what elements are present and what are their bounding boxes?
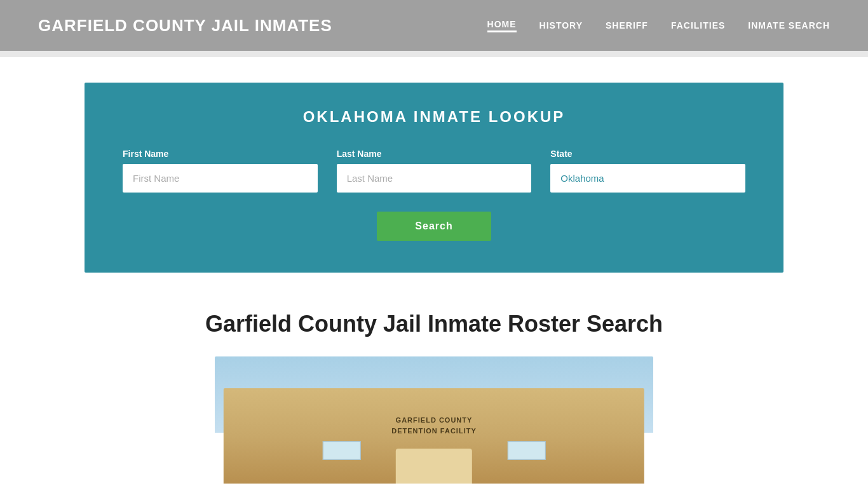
search-button[interactable]: Search	[377, 212, 491, 241]
building-body: GARFIELD COUNTY DETENTION FACILITY	[224, 388, 644, 484]
nav-history[interactable]: HISTORY	[539, 20, 583, 30]
state-input[interactable]	[550, 164, 745, 193]
nav-home[interactable]: HOME	[487, 19, 517, 32]
lookup-title: OKLAHOMA INMATE LOOKUP	[123, 108, 745, 126]
building-image: GARFIELD COUNTY DETENTION FACILITY	[215, 356, 653, 484]
building-sign-line2: DETENTION FACILITY	[391, 427, 477, 435]
nav-sheriff[interactable]: SHERIFF	[606, 20, 648, 30]
last-name-input[interactable]	[337, 164, 532, 193]
search-btn-row: Search	[123, 212, 745, 241]
site-title: GARFIELD COUNTY JAIL INMATES	[38, 16, 332, 36]
building-window-left	[322, 441, 360, 460]
last-name-group: Last Name	[337, 149, 532, 193]
nav-facilities[interactable]: FACILITIES	[671, 20, 725, 30]
building-sign: GARFIELD COUNTY DETENTION FACILITY	[391, 415, 477, 436]
sub-header-divider	[0, 51, 868, 57]
first-name-group: First Name	[123, 149, 318, 193]
main-content: Garfield County Jail Inmate Roster Searc…	[85, 298, 783, 484]
site-header: GARFIELD COUNTY JAIL INMATES HOME HISTOR…	[0, 0, 868, 51]
building-entrance	[396, 449, 472, 484]
first-name-input[interactable]	[123, 164, 318, 193]
state-group: State	[550, 149, 745, 193]
building-sign-line1: GARFIELD COUNTY	[396, 416, 473, 424]
state-label: State	[550, 149, 745, 159]
nav-inmate-search[interactable]: INMATE SEARCH	[748, 20, 830, 30]
inmate-lookup-section: OKLAHOMA INMATE LOOKUP First Name Last N…	[85, 83, 783, 273]
building-window-right	[508, 441, 546, 460]
first-name-label: First Name	[123, 149, 318, 159]
main-nav: HOME HISTORY SHERIFF FACILITIES INMATE S…	[487, 19, 830, 32]
roster-title: Garfield County Jail Inmate Roster Searc…	[123, 311, 745, 337]
form-fields-row: First Name Last Name State	[123, 149, 745, 193]
last-name-label: Last Name	[337, 149, 532, 159]
